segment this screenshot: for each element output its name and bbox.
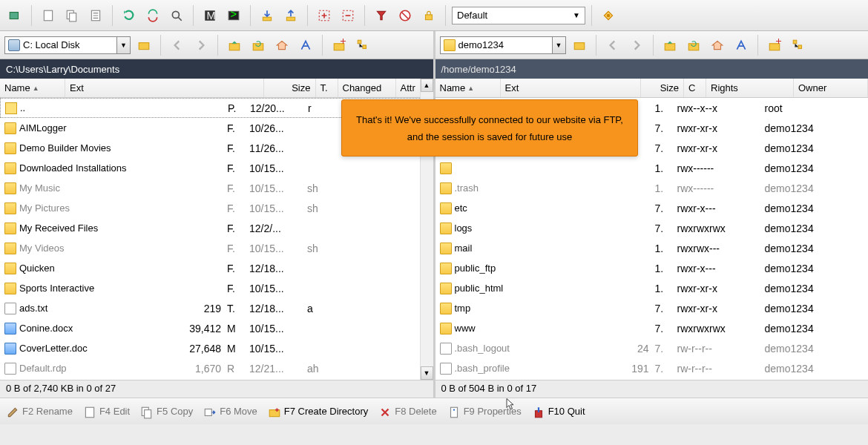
file-size [615,167,652,170]
col-ext[interactable]: Ext [65,79,264,97]
file-c: 7. [652,321,674,336]
btn-1[interactable] [4,5,25,26]
col-size-r[interactable]: Size [641,79,684,97]
fkey-f4[interactable]: F4 Edit [83,406,130,418]
up-dir-icon-r[interactable] [660,35,680,56]
download-icon[interactable] [257,5,277,26]
plus-icon[interactable] [314,5,335,26]
col-changed[interactable]: Changed [338,79,396,97]
table-row[interactable]: Quicken F. 12/18... [0,258,433,278]
file-changed: 10/15... [246,161,304,176]
explore-icon[interactable] [134,35,154,56]
col-name[interactable]: Name▲ [0,79,65,97]
col-size[interactable]: Size [264,79,316,97]
wizard-icon[interactable] [598,5,619,26]
file-owner: demo1234 [762,181,836,196]
col-c[interactable]: C [684,79,706,97]
home-icon[interactable] [272,35,292,56]
table-row[interactable]: Downloaded Installations F. 10/15... [0,158,433,178]
back-icon[interactable] [167,35,188,56]
folder-icon [4,283,16,294]
stop-icon[interactable] [395,5,415,26]
up-dir-icon[interactable] [224,35,245,56]
col-owner[interactable]: Owner [794,79,868,97]
fkey-f10[interactable]: F10 Quit [532,406,585,418]
fkey-f7[interactable]: F7 Create Directory [268,406,368,418]
file-size: 191 [615,361,652,376]
console-icon[interactable]: > [223,5,244,26]
bookmark-add-icon[interactable]: + [329,35,349,56]
fkey-f6[interactable]: F6 Move [203,406,257,418]
nav-left: C: Local Disk ▼ + [0,31,435,59]
table-row[interactable]: mail 1. rwxrwx--- demo1234 [435,238,869,258]
table-row[interactable]: 1. rwx------ demo1234 [435,158,869,178]
table-row[interactable]: .trash 1. rwx------ demo1234 [435,178,869,198]
right-path[interactable]: /home/demo1234 [435,59,869,79]
home-icon-r[interactable] [707,35,728,56]
col-t[interactable]: T. [316,79,338,97]
btn-2[interactable] [38,5,59,26]
forward-icon-r[interactable] [626,35,647,56]
table-row[interactable]: ads.txt 219 T. 12/18... a [0,298,433,318]
table-row[interactable]: www 7. rwxrwxrwx demo1234 [435,318,869,338]
path-row: C:\Users\Larry\Documents /home/demo1234 [0,59,868,79]
table-row[interactable]: logs 7. rwxrwxrwx demo1234 [435,218,869,238]
explore-icon-r[interactable] [569,35,590,56]
editor-icon[interactable]: MON [200,5,220,26]
table-row[interactable]: public_ftp 1. rwxr-x--- demo1234 [435,258,869,278]
table-row[interactable]: public_html 1. rwxr-xr-x demo1234 [435,278,869,298]
svg-rect-11 [286,17,295,21]
table-row[interactable]: tmp 7. rwxr-xr-x demo1234 [435,298,869,318]
table-row[interactable]: etc 7. rwxr-x--- demo1234 [435,198,869,218]
fkey-f2[interactable]: F2 Rename [6,406,73,418]
search-icon[interactable] [166,5,187,26]
tree-icon-r[interactable] [788,35,809,56]
lock-icon[interactable] [418,5,439,26]
table-row[interactable]: My Pictures F. 10/15... sh [0,198,433,218]
scroll-up-icon[interactable]: ▲ [421,79,433,92]
file-attr [304,167,341,170]
minus-icon[interactable] [338,5,358,26]
folder-icon [440,323,452,334]
back-icon-r[interactable] [602,35,623,56]
right-disk-combo[interactable]: demo1234 ▼ [440,36,566,54]
table-row[interactable]: .bash_profile 191 7. rw-r--r-- demo1234 [435,358,869,378]
fkey-f5[interactable]: F5 Copy [140,406,193,418]
forward-icon[interactable] [191,35,211,56]
filter-icon[interactable] [371,5,392,26]
profile-dropdown[interactable]: Default ▼ [452,7,585,24]
left-disk-combo[interactable]: C: Local Disk ▼ [4,36,131,54]
table-row[interactable]: Sports Interactive F. 10/15... [0,278,433,298]
col-rights[interactable]: Rights [706,79,794,97]
reload-icon[interactable] [119,5,139,26]
folder-icon [4,142,16,154]
table-row[interactable]: My Music F. 10/15... sh [0,178,433,198]
table-row[interactable]: Default.rdp 1,670 R 12/21... ah [0,358,433,378]
file-size: 24 [615,341,652,356]
table-row[interactable]: .bashrc 124 7. rw-r--r-- demo1234 [435,378,869,380]
root-icon[interactable] [295,35,316,56]
sync-icon[interactable] [142,5,163,26]
file-owner: demo1234 [762,301,836,316]
tree-icon[interactable] [352,35,373,56]
fkey-f8[interactable]: F8 Delete [378,406,436,418]
btn-4[interactable] [85,5,106,26]
file-rights: rw-r--r-- [674,361,762,376]
refresh-dir-icon[interactable] [248,35,269,56]
table-row[interactable]: CoverLetter.doc 27,648 M 10/15... [0,338,433,358]
scroll-down-icon[interactable]: ▼ [421,366,433,380]
file-name: My Videos [19,243,64,254]
col-ext-r[interactable]: Ext [501,79,642,97]
refresh-dir-icon-r[interactable] [683,35,704,56]
table-row[interactable]: DemoWolf 37,888 F. 10/30... [0,378,433,380]
table-row[interactable]: My Videos F. 10/15... sh [0,238,433,258]
table-row[interactable]: .bash_logout 24 7. rw-r--r-- demo1234 [435,338,869,358]
upload-icon[interactable] [280,5,301,26]
left-path[interactable]: C:\Users\Larry\Documents [0,59,435,79]
btn-3[interactable] [62,5,82,26]
table-row[interactable]: My Received Files F. 12/2/... [0,218,433,238]
col-name-r[interactable]: Name▲ [435,79,501,97]
root-icon-r[interactable] [731,35,752,56]
bookmark-add-icon-r[interactable]: + [764,35,785,56]
table-row[interactable]: Conine.docx 39,412 M 10/15... [0,318,433,338]
